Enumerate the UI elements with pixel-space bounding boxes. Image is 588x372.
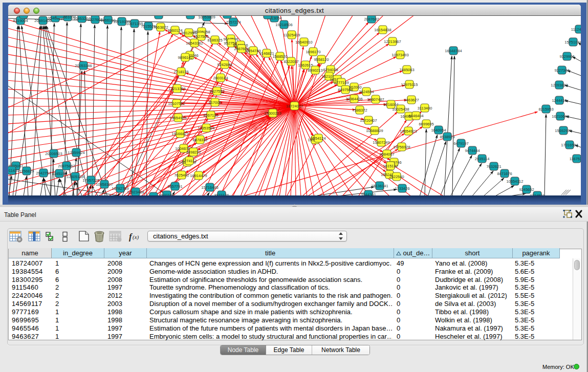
- svg-text:8319004: 8319004: [13, 18, 28, 23]
- svg-text:1167533: 1167533: [570, 157, 581, 161]
- svg-text:8427552: 8427552: [209, 89, 224, 94]
- svg-text:10025438: 10025438: [392, 107, 409, 112]
- svg-text:6699695: 6699695: [419, 122, 433, 126]
- svg-text:8186325: 8186325: [207, 38, 222, 42]
- svg-text:8660124: 8660124: [167, 28, 182, 33]
- svg-text:9527505: 9527505: [193, 34, 208, 39]
- svg-text:11124589: 11124589: [571, 27, 581, 32]
- svg-text:10688609: 10688609: [366, 128, 383, 133]
- svg-text:1145194: 1145194: [52, 171, 67, 176]
- svg-text:15692971: 15692971: [555, 128, 572, 133]
- svg-text:2942757: 2942757: [36, 171, 51, 176]
- svg-text:15751074: 15751074: [564, 40, 581, 45]
- svg-text:9084067: 9084067: [379, 152, 394, 157]
- svg-text:2522540: 2522540: [389, 174, 404, 179]
- svg-text:817006: 817006: [208, 100, 221, 105]
- svg-text:16648784: 16648784: [445, 49, 462, 53]
- svg-text:1156829: 1156829: [19, 169, 34, 173]
- svg-text:8878332: 8878332: [192, 138, 207, 142]
- svg-text:16154838: 16154838: [374, 28, 391, 32]
- svg-text:2087682: 2087682: [364, 17, 379, 21]
- svg-text:10107552: 10107552: [168, 101, 185, 106]
- svg-text:16640910: 16640910: [295, 40, 312, 45]
- svg-text:9329966: 9329966: [559, 54, 574, 59]
- svg-text:15807249: 15807249: [373, 140, 389, 145]
- svg-text:9463627: 9463627: [404, 98, 419, 102]
- svg-text:10053809: 10053809: [198, 16, 215, 19]
- svg-text:8454749: 8454749: [246, 49, 260, 53]
- svg-text:11353594: 11353594: [198, 126, 215, 130]
- svg-text:8938923: 8938923: [440, 135, 454, 139]
- svg-text:8931196: 8931196: [160, 193, 175, 196]
- svg-text:3624554: 3624554: [359, 90, 374, 94]
- svg-text:9554124: 9554124: [311, 136, 325, 141]
- svg-text:1588520: 1588520: [272, 54, 287, 59]
- svg-text:6794028: 6794028: [323, 68, 338, 72]
- svg-text:7625402: 7625402: [174, 173, 189, 178]
- svg-text:10654112: 10654112: [507, 179, 524, 184]
- svg-text:12093823: 12093823: [551, 83, 568, 87]
- svg-text:3911431: 3911431: [8, 168, 19, 173]
- svg-text:9146821: 9146821: [259, 51, 274, 56]
- svg-text:8267130: 8267130: [203, 113, 218, 118]
- svg-text:9558120: 9558120: [314, 57, 329, 62]
- svg-text:10973493: 10973493: [391, 53, 408, 57]
- svg-text:20975867: 20975867: [58, 164, 75, 168]
- svg-text:16914479: 16914479: [190, 173, 207, 178]
- svg-text:12975115: 12975115: [401, 82, 418, 87]
- svg-text:15720407: 15720407: [360, 118, 377, 123]
- svg-text:9227342: 9227342: [554, 68, 569, 73]
- svg-text:16210643: 16210643: [552, 114, 569, 119]
- svg-text:20206503: 20206503: [45, 151, 62, 156]
- svg-text:2935114: 2935114: [475, 157, 490, 161]
- svg-text:1244415: 1244415: [552, 98, 567, 103]
- svg-text:17016504: 17016504: [561, 143, 578, 147]
- svg-text:12213369: 12213369: [168, 86, 185, 91]
- svg-text:8471676: 8471676: [497, 171, 512, 176]
- svg-text:2718176: 2718176: [173, 70, 188, 74]
- svg-text:9245652: 9245652: [519, 187, 534, 192]
- svg-text:3498222: 3498222: [186, 150, 201, 155]
- svg-text:1640954: 1640954: [431, 128, 446, 133]
- svg-text:1733426: 1733426: [395, 186, 409, 191]
- svg-text:3113400: 3113400: [418, 106, 432, 111]
- svg-text:20053346: 20053346: [75, 63, 92, 68]
- svg-text:25300213: 25300213: [264, 111, 281, 116]
- svg-text:1696170: 1696170: [306, 50, 320, 54]
- svg-text:7663822: 7663822: [153, 25, 168, 30]
- svg-text:19218506: 19218506: [275, 23, 292, 27]
- svg-text:7357224: 7357224: [226, 20, 241, 25]
- svg-text:16543382: 16543382: [186, 41, 203, 46]
- svg-text:(x): (x): [133, 234, 139, 240]
- svg-text:1615132: 1615132: [383, 164, 398, 168]
- svg-text:9944301: 9944301: [361, 192, 376, 196]
- svg-text:8215953: 8215953: [538, 107, 553, 112]
- svg-text:10807487: 10807487: [367, 97, 384, 102]
- svg-text:15136141: 15136141: [371, 184, 388, 188]
- svg-text:9324501: 9324501: [530, 193, 545, 196]
- svg-text:11325419: 11325419: [284, 33, 300, 37]
- svg-text:12505135: 12505135: [67, 174, 83, 179]
- svg-text:9474444: 9474444: [465, 148, 480, 153]
- svg-text:12213967: 12213967: [384, 39, 401, 44]
- svg-text:2803144: 2803144: [213, 76, 228, 80]
- svg-text:20364436: 20364436: [345, 97, 362, 101]
- svg-text:1362615: 1362615: [298, 63, 313, 68]
- svg-text:18724007: 18724007: [286, 104, 303, 108]
- svg-text:8990213: 8990213: [308, 68, 322, 73]
- svg-text:15716485: 15716485: [201, 185, 218, 190]
- svg-text:7632621: 7632621: [486, 164, 501, 169]
- svg-text:9896142: 9896142: [178, 55, 192, 60]
- svg-text:19654923: 19654923: [400, 129, 417, 134]
- svg-text:9657791: 9657791: [167, 184, 182, 189]
- svg-text:8322037: 8322037: [284, 59, 298, 64]
- svg-text:10958107: 10958107: [96, 182, 113, 187]
- svg-text:17359924: 17359924: [68, 150, 84, 155]
- svg-text:19654935: 19654935: [169, 116, 186, 120]
- svg-text:19756928: 19756928: [393, 145, 410, 149]
- svg-text:19166827: 19166827: [171, 132, 188, 136]
- svg-text:9242848: 9242848: [217, 62, 232, 67]
- svg-text:9024502: 9024502: [146, 194, 161, 196]
- svg-text:16782759: 16782759: [112, 186, 128, 191]
- svg-text:12923468: 12923468: [127, 190, 144, 194]
